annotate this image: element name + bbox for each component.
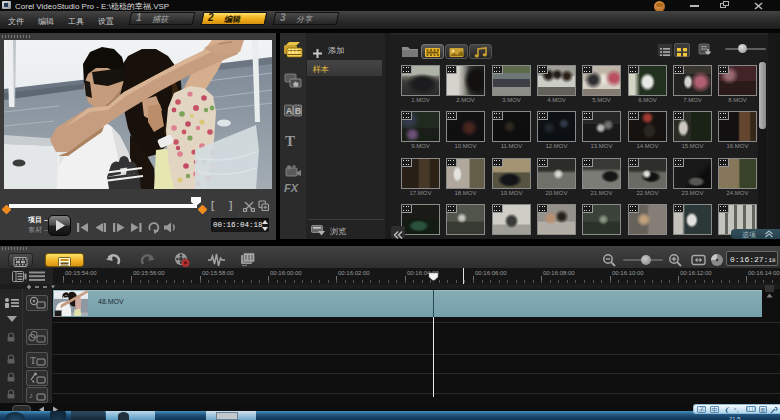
svg-text:A: A — [286, 106, 293, 116]
svg-text:♪: ♪ — [29, 391, 33, 400]
svg-text:B: B — [295, 106, 302, 116]
svg-text:T: T — [30, 355, 36, 366]
